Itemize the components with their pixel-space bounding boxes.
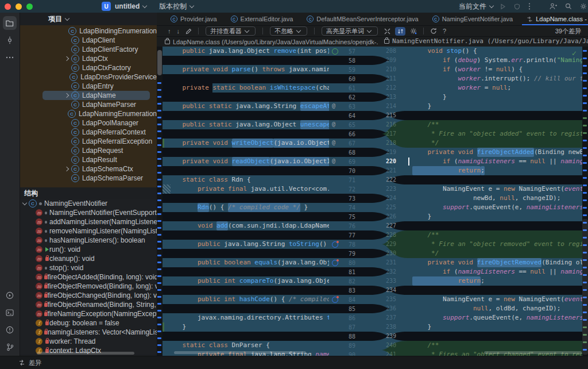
code-line[interactable] xyxy=(163,148,329,157)
highlight-mode-dropdown[interactable]: 高亮显示单词 xyxy=(322,26,378,36)
code-line[interactable]: } xyxy=(408,212,582,221)
structure-item[interactable]: maddNamingListener(NamingListener): vo xyxy=(20,217,157,226)
structure-item[interactable]: mfireObjectChanged(Binding, long): void xyxy=(20,291,157,300)
shield-icon[interactable] xyxy=(514,3,520,10)
code-line[interactable] xyxy=(408,221,582,230)
code-line[interactable]: public boolean equals(java.lang.Object o… xyxy=(163,258,329,267)
diff-settings-gear-icon[interactable] xyxy=(410,28,417,34)
tree-item-ldapresult[interactable]: CLdapResult xyxy=(20,155,157,164)
previous-diff-button[interactable]: ↑ xyxy=(168,28,171,34)
structure-item[interactable]: fworker: Thread xyxy=(20,337,157,346)
code-line[interactable] xyxy=(163,111,329,120)
editor-tab[interactable]: LdapName.class - NamingEven...× xyxy=(520,13,588,25)
structure-item[interactable]: mstop(): void xyxy=(20,263,157,272)
tree-item-ldapclientfactory[interactable]: CLdapClientFactory xyxy=(20,45,157,54)
structure-hscrollbar[interactable] xyxy=(37,352,134,355)
code-line[interactable]: public int hashCode() { /* compiled code xyxy=(163,295,329,304)
tree-item-ldapctx[interactable]: CLdapCtx xyxy=(20,54,157,63)
code-line[interactable]: support.queueEvent(e, namingListeners); xyxy=(408,203,582,212)
code-line[interactable]: /** xyxy=(408,341,582,350)
structure-item[interactable]: mfireObjectRenamed(Binding, String, long… xyxy=(20,300,157,309)
right-change-stripe[interactable] xyxy=(582,47,588,356)
code-line[interactable]: if (worker != null) { xyxy=(408,65,582,74)
tree-item-ldappoolmanager[interactable]: CLdapPoolManager xyxy=(20,118,157,128)
status-diff-label[interactable]: 差异 xyxy=(29,359,41,367)
code-line[interactable] xyxy=(408,175,582,184)
structure-item[interactable]: mcleanup(): void xyxy=(20,254,157,263)
code-line[interactable]: NamingEvent e = new NamingEvent(eventSrc… xyxy=(408,184,582,194)
code-line[interactable]: javax.naming.directory.Attributes toAttr… xyxy=(163,313,329,322)
diff-status-icon[interactable] xyxy=(18,359,25,366)
services-tool-icon[interactable] xyxy=(3,289,17,302)
code-line[interactable] xyxy=(408,332,582,341)
more-tools-icon[interactable] xyxy=(3,51,17,64)
code-line[interactable]: } xyxy=(163,322,329,332)
scrollbar-thumb[interactable] xyxy=(157,50,162,75)
code-line[interactable]: } xyxy=(408,102,582,111)
code-line[interactable]: static class DnParser { xyxy=(163,341,329,350)
help-icon[interactable]: ? xyxy=(443,28,446,34)
code-line[interactable]: private void readObject(java.io.ObjectIn… xyxy=(163,157,329,166)
code-line[interactable]: newBd, null, changeID); xyxy=(408,194,582,203)
code-line[interactable]: static class Rdn { xyxy=(163,175,329,184)
vcs-menu[interactable]: 版本控制 xyxy=(159,2,187,11)
left-pane-hscrollbar[interactable] xyxy=(174,351,306,354)
code-line[interactable]: private static boolean isWhitespace(char… xyxy=(163,83,329,93)
structure-class-item[interactable]: CNamingEventNotifier xyxy=(20,199,157,208)
code-line[interactable]: public int compareTo(java.lang.Object ob… xyxy=(163,276,329,286)
code-line[interactable]: * Fire an "object added" event to regist… xyxy=(408,129,582,139)
tree-item-ldapnameparser[interactable]: CLdapNameParser xyxy=(20,100,157,109)
code-line[interactable] xyxy=(163,56,329,65)
right-code-pane[interactable]: ✓ void stop() { if (debug) System.err.pr… xyxy=(408,47,582,356)
code-line[interactable]: NamingEvent e = new NamingEvent(eventSrc… xyxy=(408,295,582,304)
code-line[interactable]: support.queueEvent(e, namingListeners); xyxy=(408,313,582,322)
right-pane-hscrollbar[interactable] xyxy=(484,351,582,354)
scrollbar-thumb[interactable] xyxy=(582,219,588,355)
tree-item-ldapschemactx[interactable]: CLdapSchemaCtx xyxy=(20,164,157,174)
project-tool-icon[interactable] xyxy=(3,16,17,30)
code-line[interactable]: if (namingListeners == null || namingLis… xyxy=(408,267,582,276)
structure-item[interactable]: mfireObjectAdded(Binding, long): void xyxy=(20,272,157,282)
tree-item-ldapentry[interactable]: CLdapEntry xyxy=(20,82,157,91)
settings-gear-icon[interactable] xyxy=(580,3,587,10)
structure-item[interactable]: mfireNamingException(NamingException): xyxy=(20,309,157,318)
ignore-policy-dropdown[interactable]: 不忽略 xyxy=(270,26,307,36)
structure-item[interactable]: mremoveNamingListener(NamingListener) xyxy=(20,226,157,236)
commit-tool-icon[interactable] xyxy=(3,33,17,47)
tree-item-ldapschemaparser[interactable]: CLdapSchemaParser xyxy=(20,174,157,183)
code-line[interactable]: public static java.lang.String escapeAtt… xyxy=(163,102,329,111)
code-line[interactable]: } xyxy=(408,93,582,102)
code-line[interactable]: return; xyxy=(408,276,582,286)
zoom-window-button[interactable] xyxy=(26,3,33,10)
search-icon[interactable] xyxy=(565,3,572,10)
code-line[interactable]: worker.interrupt(); // kill our thread xyxy=(408,74,582,83)
code-line[interactable]: */ xyxy=(408,139,582,148)
code-line[interactable] xyxy=(163,332,329,341)
code-line[interactable]: */ xyxy=(408,249,582,258)
left-change-stripe[interactable] xyxy=(157,47,163,356)
structure-item[interactable]: fnamingListeners: Vector<NamingListene xyxy=(20,328,157,337)
tree-item-ldapnamingenumeration[interactable]: CLdapNamingEnumeration xyxy=(20,109,157,118)
tree-item-ldapbindingenumeration[interactable]: CLdapBindingEnumeration xyxy=(20,26,157,36)
editor-tab[interactable]: CDefaultMBeanServerInterceptor.java xyxy=(300,13,425,25)
more-menu-icon[interactable] xyxy=(528,2,531,10)
code-line[interactable] xyxy=(163,286,329,295)
code-line[interactable]: private void writeObject(java.io.ObjectO… xyxy=(163,139,329,148)
code-line[interactable] xyxy=(163,267,329,276)
code-line[interactable]: /** xyxy=(408,120,582,129)
code-line[interactable] xyxy=(163,194,329,203)
tree-item-ldapclient[interactable]: CLdapClient xyxy=(20,36,157,45)
terminal-tool-icon[interactable] xyxy=(3,306,17,320)
code-line[interactable]: public static java.lang.Object unescapeA… xyxy=(163,120,329,129)
left-code-pane[interactable]: public java.lang.Object remove(int pos) … xyxy=(163,47,329,356)
editor-tab[interactable]: CExternalEditor.java xyxy=(224,13,300,25)
refresh-icon[interactable] xyxy=(430,28,437,34)
code-line[interactable] xyxy=(163,129,329,139)
jump-to-source-icon[interactable] xyxy=(185,28,192,34)
code-line[interactable]: } xyxy=(408,322,582,332)
project-name[interactable]: untitled xyxy=(115,2,140,10)
code-line[interactable] xyxy=(408,111,582,120)
code-line[interactable]: private void fireObjectAdded(Binding new… xyxy=(408,148,582,157)
viewer-mode-dropdown[interactable]: 并排查看器 xyxy=(206,26,256,36)
tree-item-ldapname[interactable]: CLdapName xyxy=(20,91,157,100)
